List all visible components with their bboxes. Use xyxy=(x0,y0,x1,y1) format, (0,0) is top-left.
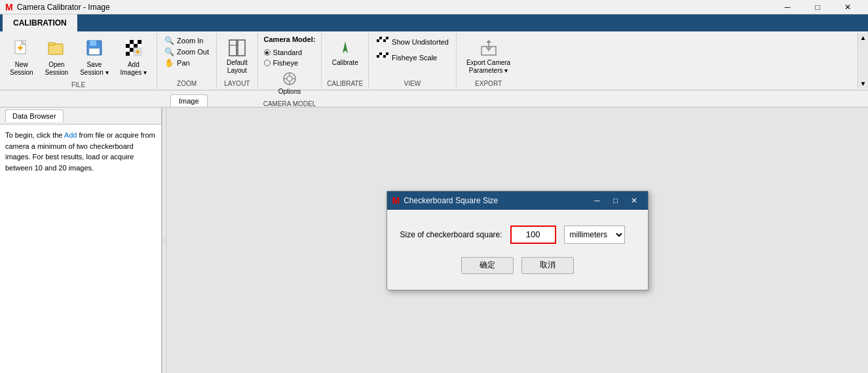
zoom-out-icon: 🔍 xyxy=(164,47,174,56)
show-undistorted-icon xyxy=(376,36,389,48)
sidebar-content: To begin, click the Add from file or acq… xyxy=(0,125,161,373)
add-link[interactable]: Add xyxy=(64,131,77,139)
ribbon-scrollbar[interactable]: ▲ ▼ xyxy=(858,33,868,88)
svg-rect-38 xyxy=(377,52,379,55)
default-layout-label: DefaultLayout xyxy=(227,59,248,75)
view-label: VIEW xyxy=(404,79,421,87)
zoom-out-item[interactable]: 🔍 Zoom Out xyxy=(162,47,211,57)
svg-rect-42 xyxy=(386,55,388,58)
camera-model-section: Camera Model: Standard Fisheye xyxy=(258,33,322,88)
svg-rect-10 xyxy=(126,40,130,44)
unit-select[interactable]: millimeters centimeters inches xyxy=(564,226,625,244)
svg-rect-35 xyxy=(383,37,386,39)
size-input[interactable] xyxy=(510,226,556,244)
file-section: NewSession OpenSession xyxy=(0,33,157,88)
fisheye-option[interactable]: Fisheye xyxy=(264,59,299,67)
fisheye-scale-item[interactable]: Fisheye Scale xyxy=(374,51,439,64)
svg-rect-21 xyxy=(229,40,236,56)
dialog-title-text: M Checkerboard Square Size xyxy=(392,195,499,206)
pan-icon: ✋ xyxy=(164,58,174,68)
zoom-in-icon: 🔍 xyxy=(164,36,174,45)
title-bar: M Camera Calibrator - Image ─ □ ✕ xyxy=(0,0,868,14)
save-icon xyxy=(85,39,104,60)
svg-rect-22 xyxy=(238,40,245,56)
add-images-icon xyxy=(124,39,143,60)
show-undistorted-item[interactable]: Show Undistorted xyxy=(374,35,451,49)
svg-rect-17 xyxy=(130,52,134,56)
new-session-button[interactable]: NewSession xyxy=(5,35,38,80)
title-bar-title: Camera Calibrator - Image xyxy=(17,3,110,12)
layout-icon xyxy=(228,39,246,59)
layout-section: DefaultLayout LAYOUT xyxy=(217,33,258,88)
calibrate-section: Calibrate CALIBRATE xyxy=(322,33,369,88)
scroll-up-icon[interactable]: ▲ xyxy=(860,34,867,41)
calibration-tab[interactable]: CALIBRATION xyxy=(3,14,77,31)
svg-rect-8 xyxy=(89,49,100,54)
fisheye-radio[interactable] xyxy=(264,60,271,66)
open-icon xyxy=(47,39,66,60)
dialog-size-row: Size of checkerboard square: millimeters… xyxy=(400,226,635,244)
zoom-in-label: Zoom In xyxy=(177,37,203,45)
fisheye-scale-icon xyxy=(376,52,389,64)
options-button[interactable]: Options xyxy=(274,68,305,99)
add-images-button[interactable]: AddImages ▾ xyxy=(116,35,152,80)
zoom-out-label: Zoom Out xyxy=(177,48,209,56)
save-session-label: SaveSession ▾ xyxy=(80,61,108,77)
image-tab[interactable]: Image xyxy=(170,94,208,107)
dialog-icon: M xyxy=(392,195,400,206)
svg-rect-32 xyxy=(377,37,379,39)
maximize-button[interactable]: □ xyxy=(802,0,833,14)
pan-label: Pan xyxy=(177,59,190,67)
open-session-button[interactable]: OpenSession xyxy=(41,35,73,80)
options-icon xyxy=(282,71,297,88)
zoom-in-item[interactable]: 🔍 Zoom In xyxy=(162,35,211,46)
dialog-minimize-button[interactable]: ─ xyxy=(589,194,606,207)
svg-rect-13 xyxy=(134,40,138,44)
calibrate-label-section: CALIBRATE xyxy=(327,79,363,87)
ribbon-tabs: CALIBRATION xyxy=(0,14,868,31)
save-session-button[interactable]: SaveSession ▾ xyxy=(75,35,113,80)
zoom-items: 🔍 Zoom In 🔍 Zoom Out ✋ Pan xyxy=(162,35,211,68)
close-button[interactable]: ✕ xyxy=(833,0,863,14)
dialog-maximize-button[interactable]: □ xyxy=(607,194,624,207)
svg-rect-36 xyxy=(386,39,388,42)
dialog-close-button[interactable]: ✕ xyxy=(626,194,643,207)
camera-model-header: Camera Model: xyxy=(264,35,316,43)
fisheye-scale-label: Fisheye Scale xyxy=(392,54,437,62)
modal-overlay: M Checkerboard Square Size ─ □ ✕ Size of… xyxy=(166,108,868,373)
sidebar: Data Browser To begin, click the Add fro… xyxy=(0,108,162,373)
default-layout-button[interactable]: DefaultLayout xyxy=(222,35,252,78)
export-button[interactable]: Export CameraParameters ▾ xyxy=(462,35,515,78)
svg-rect-11 xyxy=(130,44,134,48)
pan-item[interactable]: ✋ Pan xyxy=(162,58,211,68)
svg-rect-41 xyxy=(383,52,386,55)
show-undistorted-label: Show Undistorted xyxy=(392,38,449,46)
ribbon: NewSession OpenSession xyxy=(0,31,868,90)
file-buttons: NewSession OpenSession xyxy=(5,35,151,80)
standard-radio[interactable] xyxy=(264,49,271,56)
checkerboard-dialog: M Checkerboard Square Size ─ □ ✕ Size of… xyxy=(387,191,649,290)
dialog-buttons: 确定 取消 xyxy=(400,257,635,279)
new-icon xyxy=(12,39,31,60)
export-section: Export CameraParameters ▾ EXPORT xyxy=(457,33,520,88)
calibrate-button[interactable]: Calibrate xyxy=(328,35,363,70)
title-bar-controls: ─ □ ✕ xyxy=(772,0,863,14)
size-label: Size of checkerboard square: xyxy=(400,230,502,239)
cancel-button[interactable]: 取消 xyxy=(521,257,574,274)
data-browser-tab[interactable]: Data Browser xyxy=(5,109,64,122)
zoom-label: ZOOM xyxy=(177,79,197,87)
view-section: Show Undistorted Fisheye Scale VIEW xyxy=(369,33,457,88)
dialog-controls: ─ □ ✕ xyxy=(589,194,643,207)
standard-option[interactable]: Standard xyxy=(264,49,303,56)
open-session-label: OpenSession xyxy=(45,61,69,77)
svg-rect-16 xyxy=(126,48,130,52)
scroll-down-icon[interactable]: ▼ xyxy=(860,80,867,87)
add-images-label: AddImages ▾ xyxy=(121,61,147,77)
sidebar-header: Data Browser xyxy=(0,108,161,125)
main-content: M Checkerboard Square Size ─ □ ✕ Size of… xyxy=(166,108,868,373)
confirm-button[interactable]: 确定 xyxy=(461,257,514,274)
svg-rect-39 xyxy=(379,55,382,58)
svg-rect-33 xyxy=(379,39,382,42)
minimize-button[interactable]: ─ xyxy=(772,0,802,14)
dialog-title: Checkerboard Square Size xyxy=(404,196,498,205)
